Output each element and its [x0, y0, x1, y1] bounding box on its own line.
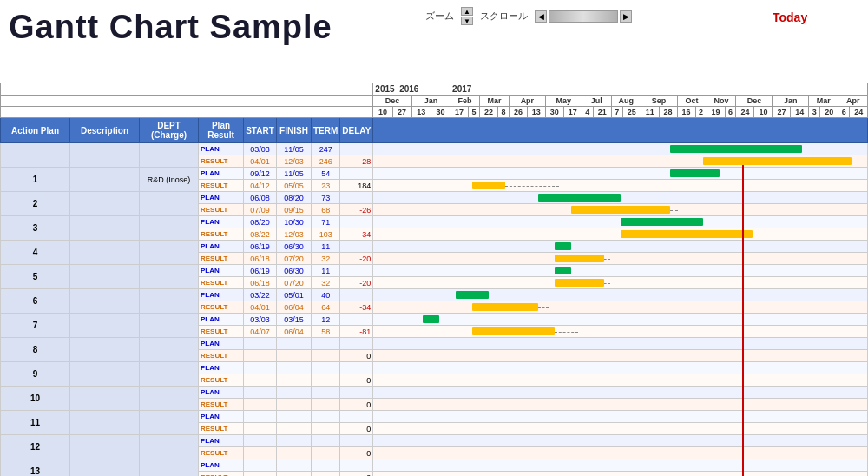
result-label-cell: RESULT — [199, 204, 244, 216]
dept-cell — [140, 216, 199, 241]
term-cell — [312, 338, 340, 350]
start-cell: 06/08 — [244, 192, 277, 204]
table-row: 13PLAN — [1, 459, 868, 472]
term-cell — [312, 447, 340, 459]
finish-cell: 06/04 — [277, 301, 312, 314]
plan-bar — [538, 194, 621, 202]
delay-cell — [340, 265, 373, 277]
plan-label-cell: PLAN — [199, 216, 244, 228]
description-cell — [70, 241, 140, 265]
dept-cell — [140, 411, 199, 435]
zoom-up-button[interactable]: ▲ — [461, 7, 473, 16]
gantt-bar-cell — [373, 350, 868, 362]
wk-6b: 6 — [838, 107, 850, 118]
term-cell: 64 — [312, 301, 340, 314]
table-container: 2015 2016 2017 Dec Jan Feb Mar Apr May J… — [0, 83, 868, 476]
term-cell: 11 — [312, 241, 340, 253]
finish-cell: 05/05 — [277, 180, 312, 192]
term-cell: 32 — [312, 277, 340, 289]
wk-13: 13 — [411, 107, 431, 118]
plan-bar — [670, 169, 720, 177]
table-row: 6PLAN03/2205/0140 — [1, 289, 868, 301]
scroll-track[interactable]: ◀ ▶ — [535, 10, 632, 23]
gantt-bar-cell — [373, 216, 868, 228]
month-sep: Sep — [641, 96, 677, 107]
table-row: 4PLAN06/1906/3011 — [1, 241, 868, 253]
delay-cell — [340, 362, 373, 374]
start-cell: 06/18 — [244, 253, 277, 265]
start-cell: 03/03 — [244, 143, 277, 155]
scroll-right-button[interactable]: ▶ — [620, 10, 632, 23]
gantt-bar-cell — [373, 143, 868, 155]
result-bar — [555, 255, 604, 262]
delay-cell: -20 — [340, 277, 373, 289]
row-number-cell: 3 — [1, 216, 70, 241]
zoom-buttons[interactable]: ▲ ▼ — [461, 7, 473, 25]
term-cell — [312, 472, 340, 477]
finish-cell: 06/04 — [277, 326, 312, 338]
month-jan: Jan — [411, 96, 450, 107]
page-title: Gantt Chart Sample — [9, 9, 332, 46]
term-cell — [312, 411, 340, 423]
start-cell — [244, 374, 277, 387]
finish-cell: 08/20 — [277, 192, 312, 204]
year-2015: 2015 2016 — [373, 83, 450, 96]
finish-cell: 03/15 — [277, 314, 312, 326]
result-label-cell: RESULT — [199, 228, 244, 241]
table-row: 10PLAN — [1, 387, 868, 399]
row-number-cell: 11 — [1, 411, 70, 435]
delay-cell: 0 — [340, 399, 373, 411]
finish-cell: 11/05 — [277, 168, 312, 180]
description-cell — [70, 168, 140, 192]
row-number-cell: 9 — [1, 362, 70, 387]
gantt-bar-cell — [373, 435, 868, 447]
plan-label-cell: PLAN — [199, 168, 244, 180]
plan-bar — [555, 242, 571, 250]
term-cell: 12 — [312, 314, 340, 326]
gantt-bar-cell — [373, 228, 868, 241]
wk-25: 25 — [622, 107, 641, 118]
gantt-bar-cell — [373, 192, 868, 204]
month-apr: Apr — [509, 96, 545, 107]
dept-cell — [140, 362, 199, 387]
wk-26: 26 — [509, 107, 527, 118]
dept-cell — [140, 289, 199, 314]
result-bar — [472, 327, 555, 335]
month-aug: Aug — [611, 96, 641, 107]
wk-17: 17 — [450, 107, 469, 118]
result-bar — [571, 206, 670, 214]
start-cell — [244, 338, 277, 350]
dept-cell: R&D (Inose) — [140, 168, 199, 192]
start-cell — [244, 459, 277, 472]
term-cell — [312, 374, 340, 387]
wk-22: 22 — [479, 107, 497, 118]
zoom-label: ズーム — [425, 10, 454, 23]
result-label-cell: RESULT — [199, 399, 244, 411]
start-cell: 08/20 — [244, 216, 277, 228]
scroll-left-button[interactable]: ◀ — [535, 10, 547, 23]
row-number-cell: 6 — [1, 289, 70, 314]
delay-cell: 0 — [340, 350, 373, 362]
plan-bar — [621, 218, 703, 226]
zoom-down-button[interactable]: ▼ — [461, 17, 473, 25]
row-number-cell: 10 — [1, 387, 70, 411]
row-number-cell: 7 — [1, 314, 70, 338]
scroll-bar[interactable] — [549, 10, 618, 23]
delay-cell: 0 — [340, 447, 373, 459]
table-row: 7PLAN03/0303/1512 — [1, 314, 868, 326]
wk-17b: 17 — [563, 107, 582, 118]
delay-cell: -26 — [340, 204, 373, 216]
header-start: START — [244, 118, 277, 143]
dept-cell — [140, 314, 199, 338]
wk-19: 19 — [707, 107, 725, 118]
header-dept: DEPT(Charge) — [140, 118, 199, 143]
description-cell — [70, 314, 140, 338]
finish-cell — [277, 472, 312, 477]
dept-cell — [140, 387, 199, 411]
term-cell: 11 — [312, 265, 340, 277]
plan-label-cell: PLAN — [199, 143, 244, 155]
delay-cell — [340, 314, 373, 326]
wk-8: 8 — [497, 107, 509, 118]
row-number-cell — [1, 143, 70, 168]
wk-4: 4 — [582, 107, 593, 118]
